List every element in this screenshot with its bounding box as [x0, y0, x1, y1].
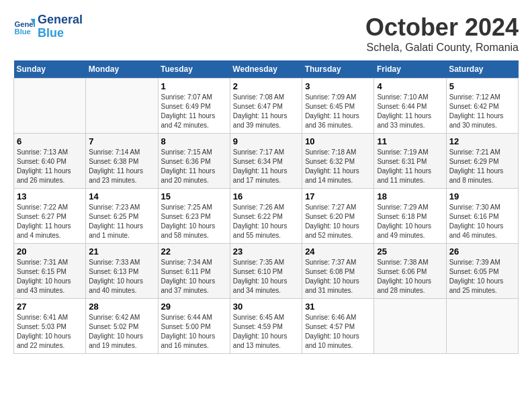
day-info: Sunrise: 7:27 AM Sunset: 6:20 PM Dayligh…	[305, 203, 371, 240]
day-number: 7	[89, 136, 154, 146]
day-number: 28	[89, 302, 154, 312]
day-info: Sunrise: 7:17 AM Sunset: 6:34 PM Dayligh…	[233, 148, 299, 185]
calendar-cell: 13Sunrise: 7:22 AM Sunset: 6:27 PM Dayli…	[14, 189, 86, 244]
month-title: October 2024	[365, 13, 519, 42]
calendar-cell: 24Sunrise: 7:37 AM Sunset: 6:08 PM Dayli…	[302, 244, 374, 299]
header-thursday: Thursday	[302, 60, 374, 79]
calendar-cell: 11Sunrise: 7:19 AM Sunset: 6:31 PM Dayli…	[374, 134, 446, 189]
header-saturday: Saturday	[446, 60, 518, 79]
day-number: 10	[305, 136, 371, 146]
day-info: Sunrise: 7:33 AM Sunset: 6:13 PM Dayligh…	[89, 258, 154, 295]
calendar-cell: 12Sunrise: 7:21 AM Sunset: 6:29 PM Dayli…	[446, 134, 518, 189]
day-info: Sunrise: 7:21 AM Sunset: 6:29 PM Dayligh…	[449, 148, 515, 185]
day-number: 26	[449, 246, 515, 257]
day-info: Sunrise: 7:15 AM Sunset: 6:36 PM Dayligh…	[161, 148, 227, 185]
logo-line1: General	[38, 13, 83, 27]
day-info: Sunrise: 7:26 AM Sunset: 6:22 PM Dayligh…	[233, 203, 299, 240]
day-info: Sunrise: 7:14 AM Sunset: 6:38 PM Dayligh…	[89, 148, 154, 185]
location: Schela, Galati County, Romania	[365, 42, 519, 54]
day-info: Sunrise: 6:41 AM Sunset: 5:03 PM Dayligh…	[17, 313, 83, 351]
calendar-cell: 30Sunrise: 6:45 AM Sunset: 4:59 PM Dayli…	[230, 299, 302, 354]
day-info: Sunrise: 6:46 AM Sunset: 4:57 PM Dayligh…	[305, 313, 371, 351]
calendar-cell: 15Sunrise: 7:25 AM Sunset: 6:23 PM Dayli…	[158, 189, 230, 244]
calendar-cell: 16Sunrise: 7:26 AM Sunset: 6:22 PM Dayli…	[230, 189, 302, 244]
page-header: General Blue General Blue October 2024 S…	[13, 13, 519, 54]
day-info: Sunrise: 7:23 AM Sunset: 6:25 PM Dayligh…	[89, 203, 154, 240]
day-number: 15	[161, 191, 227, 201]
calendar-cell: 9Sunrise: 7:17 AM Sunset: 6:34 PM Daylig…	[230, 134, 302, 189]
logo-line2: Blue	[38, 27, 83, 40]
day-number: 17	[305, 191, 371, 201]
day-number: 8	[161, 136, 227, 146]
day-number: 5	[449, 81, 515, 91]
day-info: Sunrise: 6:45 AM Sunset: 4:59 PM Dayligh…	[233, 313, 299, 351]
calendar-cell: 7Sunrise: 7:14 AM Sunset: 6:38 PM Daylig…	[86, 134, 158, 189]
calendar-table: SundayMondayTuesdayWednesdayThursdayFrid…	[13, 60, 519, 354]
svg-text:Blue: Blue	[15, 28, 31, 36]
day-info: Sunrise: 6:44 AM Sunset: 5:00 PM Dayligh…	[161, 313, 227, 351]
day-info: Sunrise: 7:38 AM Sunset: 6:06 PM Dayligh…	[377, 258, 443, 295]
calendar-cell	[14, 79, 86, 134]
calendar-cell: 5Sunrise: 7:12 AM Sunset: 6:42 PM Daylig…	[446, 79, 518, 134]
day-info: Sunrise: 7:39 AM Sunset: 6:05 PM Dayligh…	[449, 258, 515, 295]
calendar-cell: 23Sunrise: 7:35 AM Sunset: 6:10 PM Dayli…	[230, 244, 302, 299]
day-number: 24	[305, 246, 371, 257]
calendar-cell	[446, 299, 518, 354]
day-info: Sunrise: 7:22 AM Sunset: 6:27 PM Dayligh…	[17, 203, 83, 240]
header-friday: Friday	[374, 60, 446, 79]
day-info: Sunrise: 7:19 AM Sunset: 6:31 PM Dayligh…	[377, 148, 443, 185]
day-number: 4	[377, 81, 443, 91]
day-info: Sunrise: 7:34 AM Sunset: 6:11 PM Dayligh…	[161, 258, 227, 295]
calendar-cell: 29Sunrise: 6:44 AM Sunset: 5:00 PM Dayli…	[158, 299, 230, 354]
day-info: Sunrise: 7:18 AM Sunset: 6:32 PM Dayligh…	[305, 148, 371, 185]
day-number: 14	[89, 191, 154, 201]
calendar-cell: 27Sunrise: 6:41 AM Sunset: 5:03 PM Dayli…	[14, 299, 86, 354]
day-number: 31	[305, 302, 371, 312]
day-number: 30	[233, 302, 299, 312]
day-info: Sunrise: 7:31 AM Sunset: 6:15 PM Dayligh…	[17, 258, 83, 295]
calendar-cell: 2Sunrise: 7:08 AM Sunset: 6:47 PM Daylig…	[230, 79, 302, 134]
day-info: Sunrise: 7:35 AM Sunset: 6:10 PM Dayligh…	[233, 258, 299, 295]
day-info: Sunrise: 6:42 AM Sunset: 5:02 PM Dayligh…	[89, 313, 154, 351]
day-info: Sunrise: 7:07 AM Sunset: 6:49 PM Dayligh…	[161, 93, 227, 130]
svg-text:General: General	[15, 20, 35, 28]
day-number: 22	[161, 246, 227, 257]
calendar-cell: 18Sunrise: 7:29 AM Sunset: 6:18 PM Dayli…	[374, 189, 446, 244]
day-info: Sunrise: 7:37 AM Sunset: 6:08 PM Dayligh…	[305, 258, 371, 295]
day-number: 2	[233, 81, 299, 91]
calendar-cell: 22Sunrise: 7:34 AM Sunset: 6:11 PM Dayli…	[158, 244, 230, 299]
day-number: 21	[89, 246, 154, 257]
calendar-cell: 21Sunrise: 7:33 AM Sunset: 6:13 PM Dayli…	[86, 244, 158, 299]
calendar-cell	[374, 299, 446, 354]
day-number: 25	[377, 246, 443, 257]
calendar-cell	[86, 79, 158, 134]
day-number: 11	[377, 136, 443, 146]
day-info: Sunrise: 7:30 AM Sunset: 6:16 PM Dayligh…	[449, 203, 515, 240]
week-row-4: 20Sunrise: 7:31 AM Sunset: 6:15 PM Dayli…	[14, 244, 519, 299]
logo-icon: General Blue	[13, 16, 35, 38]
calendar-cell: 26Sunrise: 7:39 AM Sunset: 6:05 PM Dayli…	[446, 244, 518, 299]
day-info: Sunrise: 7:10 AM Sunset: 6:44 PM Dayligh…	[377, 93, 443, 130]
day-number: 16	[233, 191, 299, 201]
day-number: 12	[449, 136, 515, 146]
day-number: 23	[233, 246, 299, 257]
calendar-header-row: SundayMondayTuesdayWednesdayThursdayFrid…	[14, 60, 519, 79]
header-monday: Monday	[86, 60, 158, 79]
day-number: 27	[17, 302, 83, 312]
day-info: Sunrise: 7:08 AM Sunset: 6:47 PM Dayligh…	[233, 93, 299, 130]
day-number: 18	[377, 191, 443, 201]
logo: General Blue General Blue	[13, 13, 83, 40]
logo-text: General Blue	[38, 13, 83, 40]
calendar-cell: 19Sunrise: 7:30 AM Sunset: 6:16 PM Dayli…	[446, 189, 518, 244]
calendar-cell: 3Sunrise: 7:09 AM Sunset: 6:45 PM Daylig…	[302, 79, 374, 134]
header-tuesday: Tuesday	[158, 60, 230, 79]
calendar-cell: 6Sunrise: 7:13 AM Sunset: 6:40 PM Daylig…	[14, 134, 86, 189]
week-row-2: 6Sunrise: 7:13 AM Sunset: 6:40 PM Daylig…	[14, 134, 519, 189]
day-number: 1	[161, 81, 227, 91]
calendar-cell: 10Sunrise: 7:18 AM Sunset: 6:32 PM Dayli…	[302, 134, 374, 189]
day-number: 29	[161, 302, 227, 312]
calendar-cell: 28Sunrise: 6:42 AM Sunset: 5:02 PM Dayli…	[86, 299, 158, 354]
week-row-3: 13Sunrise: 7:22 AM Sunset: 6:27 PM Dayli…	[14, 189, 519, 244]
day-number: 19	[449, 191, 515, 201]
day-info: Sunrise: 7:13 AM Sunset: 6:40 PM Dayligh…	[17, 148, 83, 185]
